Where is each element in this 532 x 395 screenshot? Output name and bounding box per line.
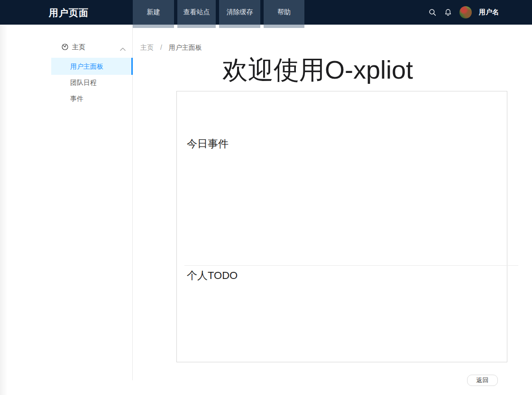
bell-icon[interactable] xyxy=(444,8,452,17)
back-button[interactable]: 返回 xyxy=(467,375,498,386)
app-header: 用户页面 新建 查看站点 清除缓存 帮助 用户名 xyxy=(0,0,532,25)
section-heading-personal-todo: 个人TODO xyxy=(187,269,238,283)
sidebar-item-user-dashboard[interactable]: 用户主面板 xyxy=(51,58,133,75)
breadcrumb: 主页 / 用户主面板 xyxy=(140,44,202,52)
sidebar: 主页 用户主面板 团队日程 事件 xyxy=(0,25,133,380)
user-avatar[interactable] xyxy=(459,6,472,18)
search-icon[interactable] xyxy=(428,8,437,17)
section-divider xyxy=(184,265,518,266)
username-label[interactable]: 用户名 xyxy=(479,8,499,17)
welcome-title: 欢迎使用O-xpliot xyxy=(133,54,503,86)
breadcrumb-home[interactable]: 主页 xyxy=(140,44,154,51)
breadcrumb-separator: / xyxy=(160,44,162,51)
top-navigation: 新建 查看站点 清除缓存 帮助 xyxy=(133,0,304,28)
nav-item-view-site[interactable]: 查看站点 xyxy=(177,0,216,28)
sidebar-item-events[interactable]: 事件 xyxy=(51,90,133,107)
page: 用户页面 新建 查看站点 清除缓存 帮助 用户名 xyxy=(0,0,532,395)
nav-item-clear-cache[interactable]: 清除缓存 xyxy=(219,0,260,28)
sidebar-group-label: 主页 xyxy=(72,43,85,52)
sidebar-group-home[interactable]: 主页 xyxy=(0,41,133,54)
nav-item-help[interactable]: 帮助 xyxy=(264,0,304,28)
breadcrumb-current: 用户主面板 xyxy=(169,44,202,51)
content-card: 今日事件 个人TODO xyxy=(176,91,507,362)
sidebar-item-team-schedule[interactable]: 团队日程 xyxy=(51,74,133,91)
app-title: 用户页面 xyxy=(49,7,89,19)
nav-item-new[interactable]: 新建 xyxy=(133,0,174,28)
section-heading-today-events: 今日事件 xyxy=(187,137,229,151)
chevron-up-icon xyxy=(120,45,126,48)
header-right-cluster: 用户名 xyxy=(428,0,499,25)
clock-icon xyxy=(61,43,69,51)
